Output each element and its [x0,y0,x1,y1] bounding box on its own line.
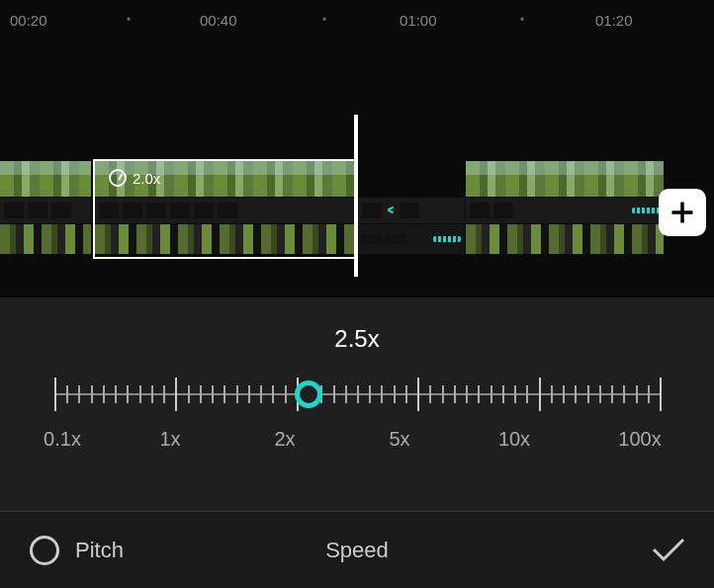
thumb-strip [0,224,91,254]
clip-speed-value: 2.0x [133,170,160,187]
audio-wave [433,236,461,242]
speed-label: 0.1x [44,428,81,451]
audio-wave [632,208,660,213]
editor-track [358,198,465,223]
bottom-bar: Pitch Speed [0,511,714,588]
timeline-clips[interactable] [0,161,714,260]
add-clip-button[interactable] [659,189,706,236]
speed-label: 2x [274,428,295,451]
pitch-toggle[interactable]: Pitch [30,536,124,565]
video-clip[interactable] [466,161,664,197]
thumb-strip [358,224,465,254]
clip-speed-badge: 2.0x [109,169,160,187]
speed-label: 10x [498,428,530,451]
time-dot: • [322,13,326,27]
pitch-label: Pitch [75,538,124,563]
time-mark: 00:40 [200,12,237,29]
editor-track [95,198,356,223]
thumb-strip [95,224,356,254]
time-mark: 01:20 [595,12,633,29]
time-dot: • [127,13,131,27]
confirm-button[interactable] [651,536,686,567]
selected-speed: 2.5x [0,325,714,353]
time-mark: 00:20 [10,12,47,29]
plus-icon [669,199,696,226]
speed-label: 1x [159,428,180,451]
slider-handle[interactable] [295,380,322,408]
gauge-icon [109,169,127,187]
cut-icon [386,206,396,215]
radio-unchecked-icon [30,536,59,565]
check-icon [651,536,686,563]
editor-track [0,198,91,223]
thumb-strip [466,224,664,254]
time-dot: • [520,13,524,27]
editor-track [466,198,664,223]
speed-panel: 2.5x 0.1x 1x 2x 5x 10x 100x [0,296,714,511]
speed-label: 100x [618,428,661,451]
time-ruler: 00:20 • 00:40 • 01:00 • 01:20 [0,0,714,40]
video-clip[interactable] [0,161,91,197]
speed-slider[interactable] [54,372,660,417]
speed-label: 5x [389,428,409,451]
time-mark: 01:00 [400,12,437,29]
